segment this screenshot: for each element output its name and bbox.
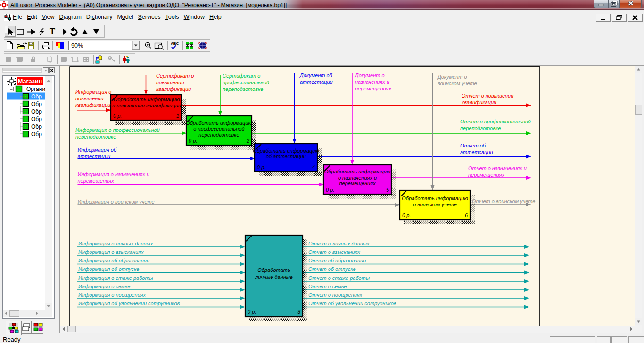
svg-text:Отчет о поощрениях: Отчет о поощрениях xyxy=(308,292,363,298)
svg-text:5: 5 xyxy=(386,187,389,193)
svg-text:4: 4 xyxy=(312,164,315,170)
svg-text:Отчет о профессиональной: Отчет о профессиональной xyxy=(460,119,531,124)
svg-text:Информация о стаже работы: Информация о стаже работы xyxy=(78,275,153,281)
svg-text:0 р.: 0 р. xyxy=(402,212,411,218)
svg-text:Отчет об: Отчет об xyxy=(460,143,486,148)
svg-text:личные данные: личные данные xyxy=(255,274,293,280)
svg-text:аттетсации: аттетсации xyxy=(460,149,493,155)
svg-text:назначениях и: назначениях и xyxy=(355,79,389,85)
svg-text:Обработать информацию: Обработать информацию xyxy=(114,97,180,102)
svg-text:Отчет о личных данных: Отчет о личных данных xyxy=(308,241,370,246)
svg-text:Обработать информацию: Обработать информацию xyxy=(324,169,390,174)
svg-text:переподготовке: переподготовке xyxy=(460,125,501,131)
svg-text:Отчет о семье: Отчет о семье xyxy=(308,284,347,289)
svg-text:аттестации: аттестации xyxy=(300,79,333,85)
svg-text:2: 2 xyxy=(246,138,249,144)
svg-text:Сертификат о: Сертификат о xyxy=(156,73,194,79)
svg-text:Отчет о воинском учете: Отчет о воинском учете xyxy=(472,198,535,204)
svg-text:Отчет о взысканиях: Отчет о взысканиях xyxy=(308,249,360,255)
svg-text:Информация о: Информация о xyxy=(75,89,111,95)
svg-text:Органи: Органи xyxy=(26,86,45,92)
svg-text:Документ об: Документ об xyxy=(299,73,333,78)
svg-text:90%: 90% xyxy=(71,42,83,49)
svg-text:об аттестации: об аттестации xyxy=(266,154,306,159)
svg-text:Отчет об отпуске: Отчет об отпуске xyxy=(308,266,356,272)
svg-text:повышении: повышении xyxy=(75,96,104,101)
svg-text:Обработать информацию: Обработать информацию xyxy=(186,120,252,126)
svg-text:ABC: ABC xyxy=(171,41,179,46)
svg-text:3: 3 xyxy=(297,309,301,315)
svg-text:о профессиональной: о профессиональной xyxy=(193,126,244,131)
svg-text:0 р.: 0 р. xyxy=(326,187,334,193)
svg-text:воинском учете: воинском учете xyxy=(438,81,477,86)
svg-text:профессиональной: профессиональной xyxy=(223,80,269,85)
svg-text:Обр: Обр xyxy=(31,116,42,122)
svg-text:перемещениях: перемещениях xyxy=(78,178,114,184)
svg-text:Информация о профессиональной: Информация о профессиональной xyxy=(75,127,160,133)
svg-text:Информация об отпуске: Информация об отпуске xyxy=(78,266,139,272)
svg-text:Отчет об образовании: Отчет об образовании xyxy=(308,258,366,263)
svg-text:Обр: Обр xyxy=(31,123,42,130)
svg-text:Отчет о повышении: Отчет о повышении xyxy=(462,93,513,98)
svg-text:переподготовке: переподготовке xyxy=(198,132,239,138)
svg-text:T: T xyxy=(50,27,55,36)
svg-text:квалификации: квалификации xyxy=(156,86,191,92)
svg-text:переподготовке: переподготовке xyxy=(223,86,263,92)
svg-text:Информация об: Информация об xyxy=(78,147,117,153)
svg-text:Обр: Обр xyxy=(31,108,42,115)
svg-text:Информация об образовании: Информация об образовании xyxy=(78,258,149,263)
svg-text:Информация о взысканиях: Информация о взысканиях xyxy=(78,249,144,255)
svg-text:0 р.: 0 р. xyxy=(257,164,265,170)
svg-text:Магазин: Магазин xyxy=(18,78,42,85)
svg-text:Обр: Обр xyxy=(31,131,42,138)
svg-text:Отчет о назначениях и: Отчет о назначениях и xyxy=(468,165,527,171)
svg-text:Отчет об увольнении сотруднико: Отчет об увольнении сотрудников xyxy=(308,301,396,306)
svg-text:перемещениях: перемещениях xyxy=(339,180,376,186)
svg-text:Информация о личных данных: Информация о личных данных xyxy=(78,241,153,246)
svg-text:0 р.: 0 р. xyxy=(248,309,256,315)
svg-text:Документ о: Документ о xyxy=(437,74,467,80)
svg-text:квалификации: квалификации xyxy=(462,99,496,105)
svg-text:0 р.: 0 р. xyxy=(113,113,122,119)
svg-text:о назначениях и: о назначениях и xyxy=(338,175,377,180)
svg-text:0 р.: 0 р. xyxy=(189,138,197,144)
svg-text:Обработать информацию: Обработать информацию xyxy=(402,196,468,201)
svg-text:о повышении квалификации: о повышении квалификации xyxy=(112,103,181,108)
svg-text:перемещениях: перемещениях xyxy=(355,86,391,91)
svg-text:Информация об увольнении сотру: Информация об увольнении сотрудников xyxy=(78,301,180,306)
svg-text:Обр: Обр xyxy=(31,93,42,100)
svg-text:Информация о назначениях и: Информация о назначениях и xyxy=(78,172,150,177)
svg-text:перемещениях: перемещениях xyxy=(468,172,504,178)
svg-text:Информация о воинском учете: Информация о воинском учете xyxy=(78,199,155,204)
svg-text:6: 6 xyxy=(465,212,468,218)
svg-text:Информация о поощрениях: Информация о поощрениях xyxy=(78,292,146,298)
svg-text:Обработать информацию: Обработать информацию xyxy=(253,148,319,154)
svg-text:Обр: Обр xyxy=(31,101,42,107)
svg-text:1: 1 xyxy=(176,113,179,119)
svg-text:повышении: повышении xyxy=(156,80,184,85)
svg-text:Информация о семье: Информация о семье xyxy=(78,284,130,289)
svg-text:Отчет о стаже работы: Отчет о стаже работы xyxy=(308,275,370,281)
svg-text:переподготовке: переподготовке xyxy=(75,134,116,139)
svg-text:Обработать: Обработать xyxy=(257,267,290,273)
svg-text:Документ о: Документ о xyxy=(354,73,385,78)
svg-text:квалификации: квалификации xyxy=(75,102,110,108)
svg-text:аттестации: аттестации xyxy=(78,154,111,159)
svg-text:о воинском учете: о воинском учете xyxy=(413,202,457,207)
svg-text:Сертификат о: Сертификат о xyxy=(223,73,260,79)
